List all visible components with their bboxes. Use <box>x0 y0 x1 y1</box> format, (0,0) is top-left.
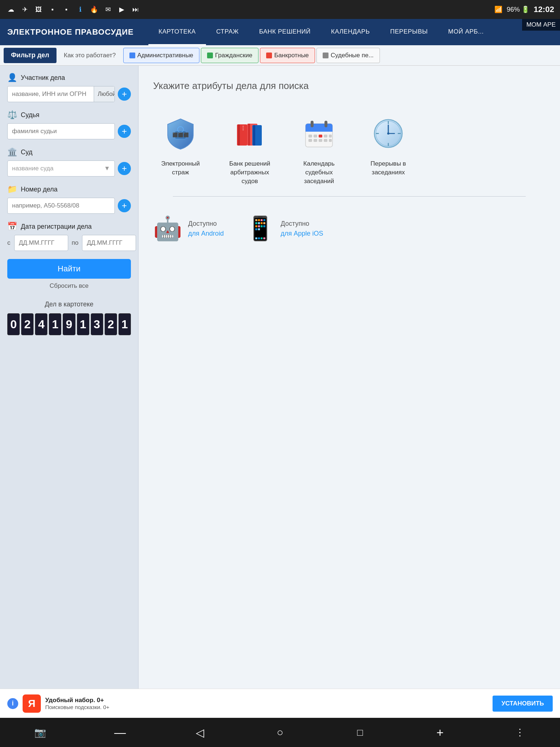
nav-item-breaks[interactable]: ПЕРЕРЫВЫ <box>380 19 438 45</box>
nav-item-kartoteka[interactable]: КАРТОТЕКА <box>148 19 206 45</box>
android-icon: 🤖 <box>153 215 182 242</box>
icon-decisions-bank[interactable]: Банк решений арбитражных судов <box>222 113 277 185</box>
android-text: Доступно для Android <box>188 219 224 239</box>
ad-banner: i Я Удобный набор. 0+ Поисковые подсказк… <box>0 689 560 718</box>
digit-1: 2 <box>21 313 34 335</box>
date-from-input[interactable] <box>14 235 68 251</box>
digit-2: 4 <box>35 313 47 335</box>
nav-item-calendar[interactable]: КАЛЕНДАРЬ <box>321 19 380 45</box>
filter-case-number: 📁 Номер дела + <box>7 185 131 214</box>
right-panel: Укажите атрибуты дела для поиска <box>139 66 560 718</box>
participant-input-wrapper: Любой ▼ <box>7 86 115 102</box>
icon-breaks[interactable]: Перерывы в заседаниях <box>361 113 416 177</box>
ad-text: Удобный набор. 0+ Поисковые подсказки. 0… <box>45 697 493 710</box>
counter-section: Дел в картотеке 0 2 4 1 9 1 3 2 1 <box>7 290 131 335</box>
filter-date-label: 📅 Дата регистрации дела <box>7 222 131 231</box>
digit-5: 1 <box>77 313 89 335</box>
nav-camera-button[interactable]: 📷 <box>29 721 51 743</box>
digit-4: 9 <box>63 313 75 335</box>
nav-menu-button[interactable]: ⋮ <box>509 721 531 743</box>
nav-triangle-button[interactable]: ◁ <box>189 721 211 743</box>
court-dropdown[interactable]: название суда ▼ <box>7 160 115 177</box>
reset-link[interactable]: Сбросить все <box>7 282 131 290</box>
filter-date: 📅 Дата регистрации дела с по <box>7 222 131 251</box>
status-icon-5: ▪ <box>61 4 71 15</box>
participant-select[interactable]: Любой ▼ <box>94 86 115 102</box>
tab-dot-court <box>323 53 328 58</box>
digit-3: 1 <box>49 313 61 335</box>
nav-square-button[interactable]: □ <box>349 721 371 743</box>
svg-text:⬛⬛⬛: ⬛⬛⬛ <box>172 132 189 138</box>
judge-add-button[interactable]: + <box>118 125 131 138</box>
tab-court[interactable]: Судебные пе... <box>316 48 380 63</box>
tab-civil[interactable]: Гражданские <box>201 48 258 63</box>
svg-rect-17 <box>308 135 312 138</box>
status-icon-9: ▶ <box>117 4 127 15</box>
filter-participant-row: Любой ▼ + <box>7 86 131 102</box>
main-layout: 👤 Участник дела Любой ▼ + ⚖️ Судья <box>0 66 560 718</box>
action-section: Найти Сбросить все <box>7 259 131 290</box>
svg-rect-4 <box>238 124 240 146</box>
tab-admin-label: Административные <box>137 52 194 59</box>
counter-label: Дел в картотеке <box>7 301 131 308</box>
status-bar-left: ☁ ✈ 🖼 ▪ ▪ ℹ 🔥 ✉ ▶ ⏭ <box>6 4 141 15</box>
nav-home-button[interactable]: ○ <box>269 721 291 743</box>
calendar-label: Календарь судебных заседаний <box>292 159 346 185</box>
date-from-label: с <box>7 239 11 247</box>
case-number-input[interactable] <box>7 198 115 214</box>
date-to-input[interactable] <box>82 235 136 251</box>
participant-input[interactable] <box>8 90 94 98</box>
filter-case-number-label: 📁 Номер дела <box>7 185 131 194</box>
battery-icon: 🔋 <box>521 5 529 13</box>
svg-rect-23 <box>314 139 317 142</box>
nav-back-button[interactable]: — <box>109 721 131 743</box>
ad-subtitle: Поисковые подсказки. 0+ <box>45 704 493 710</box>
nav-item-strazh[interactable]: СТРАЖ <box>206 19 249 45</box>
status-bar: ☁ ✈ 🖼 ▪ ▪ ℹ 🔥 ✉ ▶ ⏭ 📶 96% 🔋 12:02 <box>0 0 560 19</box>
svg-rect-25 <box>324 139 327 142</box>
court-add-button[interactable]: + <box>118 162 131 175</box>
nav-item-bank[interactable]: БАНК РЕШЕНИЙ <box>249 19 321 45</box>
tab-filter[interactable]: Фильтр дел <box>4 48 57 63</box>
tab-court-label: Судебные пе... <box>331 52 374 59</box>
search-prompt: Укажите атрибуты дела для поиска <box>153 80 545 92</box>
android-item: 🤖 Доступно для Android <box>153 215 224 242</box>
tab-bankrupt[interactable]: Банкротные <box>260 48 315 63</box>
svg-rect-26 <box>329 139 332 142</box>
icon-calendar[interactable]: Календарь судебных заседаний <box>292 113 346 185</box>
decisions-bank-icon <box>230 113 270 154</box>
filter-court-row: название суда ▼ + <box>7 160 131 177</box>
status-icon-8: ✉ <box>103 4 113 15</box>
tab-bar: Фильтр дел Как это работает? Администрат… <box>0 45 560 66</box>
nav-items: КАРТОТЕКА СТРАЖ БАНК РЕШЕНИЙ КАЛЕНДАРЬ П… <box>148 19 553 45</box>
nav-item-myarb[interactable]: МОЙ АРБ... <box>438 19 494 45</box>
tab-civil-label: Гражданские <box>215 52 252 59</box>
ios-link[interactable]: для Apple iOS <box>281 230 323 237</box>
nav-item-myarb-label: МОЙ АРБ... <box>448 28 483 35</box>
decisions-bank-label: Банк решений арбитражных судов <box>222 159 277 185</box>
participant-add-button[interactable]: + <box>118 88 131 101</box>
tab-admin[interactable]: Административные <box>123 48 200 63</box>
ad-title: Удобный набор. 0+ <box>45 697 493 704</box>
android-link[interactable]: для Android <box>188 230 224 237</box>
participant-icon: 👤 <box>7 73 17 82</box>
case-number-icon: 📁 <box>7 185 17 194</box>
calendar-icon <box>299 113 339 154</box>
judge-input[interactable] <box>7 123 115 139</box>
digit-8: 1 <box>118 313 131 335</box>
battery-indicator: 96% 🔋 <box>507 5 529 13</box>
ad-install-button[interactable]: УСТАНОВИТЬ <box>493 696 553 712</box>
nav-plus-button[interactable]: + <box>429 721 451 743</box>
tab-dot-admin <box>129 53 135 58</box>
svg-rect-15 <box>311 121 314 127</box>
icon-electronic-guard[interactable]: ⬛⬛⬛ Электронный страж <box>153 113 208 177</box>
svg-rect-18 <box>314 135 317 138</box>
mom-ape-overlay: МОМ АРЕ <box>522 19 560 31</box>
find-button[interactable]: Найти <box>7 259 131 279</box>
svg-rect-8 <box>253 125 255 146</box>
tab-how-it-works[interactable]: Как это работает? <box>58 48 122 63</box>
case-number-add-button[interactable]: + <box>118 199 131 212</box>
date-icon: 📅 <box>7 222 17 231</box>
filter-judge-row: + <box>7 123 131 139</box>
status-time: 12:02 <box>534 5 554 14</box>
